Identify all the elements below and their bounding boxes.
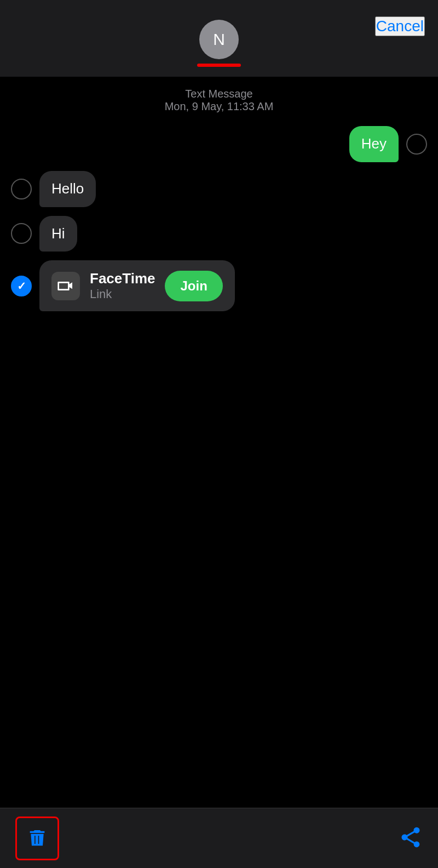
avatar: N xyxy=(199,20,239,59)
bubble-text: Hey xyxy=(361,135,387,152)
message-time: Mon, 9 May, 11:33 AM xyxy=(0,100,438,113)
table-row: Hi xyxy=(0,212,438,256)
video-icon xyxy=(51,272,80,300)
facetime-title: FaceTime xyxy=(90,270,155,287)
facetime-subtitle: Link xyxy=(90,287,155,301)
bubble-text: Hi xyxy=(51,225,65,242)
timestamp-header: Text Message Mon, 9 May, 11:33 AM xyxy=(0,77,438,122)
received-bubble[interactable]: Hello xyxy=(39,171,96,207)
header: N Cancel xyxy=(0,0,438,77)
message-type: Text Message xyxy=(0,88,438,100)
delete-button[interactable] xyxy=(15,816,59,860)
chat-area: Text Message Mon, 9 May, 11:33 AM Hey He… xyxy=(0,77,438,321)
received-bubble[interactable]: Hi xyxy=(39,216,77,252)
select-circle[interactable] xyxy=(406,134,427,155)
avatar-initial: N xyxy=(213,30,225,49)
select-circle[interactable] xyxy=(11,179,32,199)
facetime-bubble[interactable]: FaceTime Link Join xyxy=(39,260,235,311)
select-circle-checked[interactable] xyxy=(11,276,32,296)
join-button[interactable]: Join xyxy=(165,271,222,301)
trash-icon xyxy=(26,827,48,849)
cancel-button[interactable]: Cancel xyxy=(375,16,425,36)
facetime-text: FaceTime Link xyxy=(90,270,155,301)
share-icon xyxy=(399,825,423,849)
avatar-underline xyxy=(197,64,241,67)
bottom-toolbar xyxy=(0,808,438,868)
sent-bubble[interactable]: Hey xyxy=(349,126,399,162)
select-circle[interactable] xyxy=(11,223,32,244)
table-row: FaceTime Link Join xyxy=(0,256,438,316)
table-row: Hey xyxy=(0,122,438,167)
bubble-text: Hello xyxy=(51,180,84,197)
share-button[interactable] xyxy=(399,825,423,851)
table-row: Hello xyxy=(0,167,438,212)
camera-icon xyxy=(57,277,74,295)
